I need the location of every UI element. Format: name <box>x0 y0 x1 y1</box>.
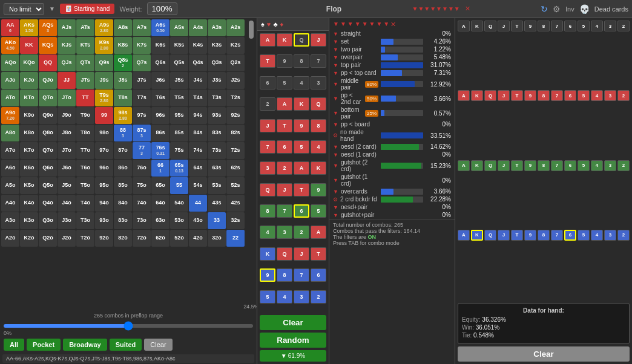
dead-card-7d[interactable]: 7 <box>551 230 563 241</box>
hand-cell-q6s[interactable]: Q6s <box>151 54 170 71</box>
flop-card-jd[interactable]: J <box>294 247 309 261</box>
dead-card-jc[interactable]: J <box>498 160 510 171</box>
hand-cell-65s[interactable]: 65s0.13 <box>170 160 188 177</box>
dead-card-7c[interactable]: 7 <box>551 160 563 171</box>
hand-cell-a8s[interactable]: A8s <box>114 19 132 36</box>
hand-cell-t3o[interactable]: T3o <box>76 212 94 229</box>
hand-cell-k2s[interactable]: K2s <box>226 37 245 54</box>
hand-cell-kts[interactable]: KTs <box>76 37 94 54</box>
dead-card-4d[interactable]: 4 <box>591 230 603 241</box>
hand-cell-j9o[interactable]: J9o <box>58 107 76 124</box>
hand-cell-k6o[interactable]: K6o <box>20 160 38 177</box>
hand-cell-96s[interactable]: 96s <box>151 107 170 124</box>
hand-cell-k6s[interactable]: K6s <box>151 37 170 54</box>
hand-cell-a2o[interactable]: A2o <box>1 230 19 247</box>
hand-cell-q7o[interactable]: Q7o <box>39 142 57 159</box>
dead-card-ks[interactable]: K <box>471 21 483 31</box>
flop-card-ad[interactable]: A <box>311 226 326 239</box>
dead-card-js[interactable]: J <box>498 21 510 31</box>
dead-card-qc[interactable]: Q <box>484 160 496 171</box>
hand-cell-t8o[interactable]: T8o <box>76 125 94 141</box>
hand-cell-t5o[interactable]: T5o <box>76 177 94 194</box>
hand-cell-75s[interactable]: 75s <box>170 142 188 159</box>
stats-close-icon[interactable]: ✕ <box>390 21 396 28</box>
hand-cell-j7o[interactable]: J7o <box>58 142 76 159</box>
dead-card-3h[interactable]: 3 <box>604 90 616 101</box>
hand-cell-t6s[interactable]: T6s <box>151 89 170 106</box>
dead-card-qd[interactable]: Q <box>484 230 496 241</box>
hand-cell-32o[interactable]: 32o <box>208 230 226 247</box>
hand-cell-82o[interactable]: 82o <box>114 230 132 247</box>
header-filter-7[interactable]: ▼ <box>383 21 389 28</box>
hand-cell-q4o[interactable]: Q4o <box>39 195 57 212</box>
hand-cell-63s[interactable]: 63s <box>208 160 226 177</box>
header-filter-1[interactable]: ▼ <box>340 21 346 28</box>
dead-card-8h[interactable]: 8 <box>538 90 550 101</box>
hand-cell-jts[interactable]: JTs <box>76 72 94 89</box>
flop-card-6s[interactable]: 6 <box>260 76 275 89</box>
dead-card-kc[interactable]: K <box>471 160 483 171</box>
hand-cell-84o[interactable]: 84o <box>114 195 132 212</box>
hand-cell-t9s[interactable]: T9s2.80 <box>95 89 113 106</box>
hand-cell-j8s[interactable]: J8s <box>114 72 132 89</box>
hand-cell-85o[interactable]: 85o <box>114 177 132 194</box>
dead-card-3d[interactable]: 3 <box>604 230 616 241</box>
flop-card-6h[interactable]: 6 <box>277 140 292 154</box>
hand-cell-a5s[interactable]: A5s <box>170 19 188 36</box>
hand-cell-t9o[interactable]: T9o <box>76 107 94 124</box>
dead-card-kd[interactable]: K <box>471 230 483 241</box>
header-filter-0[interactable]: ▼ <box>333 21 339 28</box>
flop-card-9d[interactable]: 9 <box>260 268 275 282</box>
hand-cell-k2o[interactable]: K2o <box>20 230 38 247</box>
dead-card-4s[interactable]: 4 <box>591 21 603 31</box>
hand-cell-k8o[interactable]: K8o <box>20 125 38 141</box>
hand-cell-a5o[interactable]: A5o <box>1 177 19 194</box>
hand-cell-87s[interactable]: 87s3 <box>133 125 151 141</box>
hand-cell-a9o[interactable]: A9o7.20 <box>1 107 19 124</box>
flop-card-8c[interactable]: 8 <box>260 204 275 218</box>
flop-card-4s[interactable]: 4 <box>294 76 309 89</box>
hand-cell-a7s[interactable]: A7s <box>133 19 151 36</box>
hand-cell-ajs[interactable]: AJs <box>58 19 76 36</box>
hand-cell-74o[interactable]: 74o <box>133 195 151 212</box>
dead-card-5d[interactable]: 5 <box>578 230 590 241</box>
flop-card-3h[interactable]: 3 <box>260 161 275 175</box>
hand-cell-tt[interactable]: TT <box>76 89 94 106</box>
dead-card-jd[interactable]: J <box>498 230 510 241</box>
flop-card-5d[interactable]: 5 <box>260 290 275 304</box>
flop-card-2d[interactable]: 2 <box>311 290 326 304</box>
hand-cell-53s[interactable]: 53s <box>208 177 226 194</box>
scroll-thumb[interactable] <box>249 21 254 39</box>
flop-card-ks[interactable]: K <box>277 33 292 47</box>
hand-cell-j2s[interactable]: J2s <box>226 72 245 89</box>
hand-cell-t5s[interactable]: T5s <box>170 89 188 106</box>
hand-cell-kk[interactable]: KK <box>20 37 38 54</box>
row-filter-icon[interactable]: ▼ <box>333 152 338 158</box>
hand-cell-33[interactable]: 33 <box>208 212 226 229</box>
flop-card-7h[interactable]: 7 <box>260 140 275 154</box>
range-slider[interactable] <box>4 324 253 328</box>
hand-cell-kqs[interactable]: KQs <box>39 37 57 54</box>
row-filter-icon[interactable]: ▼ <box>333 189 338 195</box>
hand-cell-t4o[interactable]: T4o <box>76 195 94 212</box>
dead-card-8d[interactable]: 8 <box>538 230 550 241</box>
header-filter-5[interactable]: ▼ <box>369 21 375 28</box>
hand-cell-73o[interactable]: 73o <box>133 212 151 229</box>
flop-card-2h[interactable]: 2 <box>277 161 292 175</box>
flop-random-button[interactable]: Random <box>260 333 326 348</box>
dead-card-7s[interactable]: 7 <box>551 21 563 31</box>
row-filter-icon[interactable]: ▼ <box>333 177 338 183</box>
dead-card-5c[interactable]: 5 <box>578 160 590 171</box>
hand-cell-88[interactable]: 883 <box>114 125 132 141</box>
header-filter-3[interactable]: ▼ <box>355 21 361 28</box>
refresh-button[interactable]: ↻ <box>541 4 548 14</box>
hand-cell-86s[interactable]: 86s <box>151 125 170 141</box>
dead-card-qs[interactable]: Q <box>484 21 496 31</box>
dead-card-kh[interactable]: K <box>471 90 483 101</box>
hand-cell-55[interactable]: 55 <box>170 177 188 194</box>
hand-cell-ato[interactable]: ATo <box>1 89 19 106</box>
hand-cell-63o[interactable]: 63o <box>151 212 170 229</box>
hand-cell-j3s[interactable]: J3s <box>208 72 226 89</box>
hand-cell-q6o[interactable]: Q6o <box>39 160 57 177</box>
row-filter-icon[interactable]: ⚙ <box>333 132 338 138</box>
